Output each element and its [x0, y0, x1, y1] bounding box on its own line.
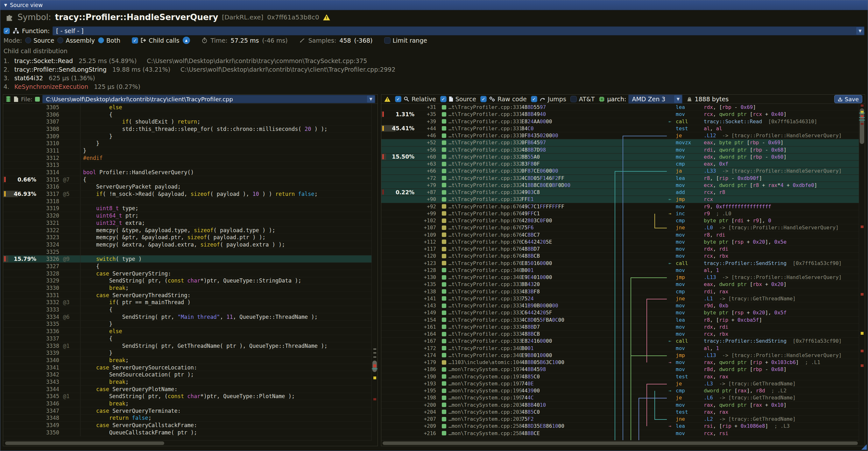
- asm-source-location[interactable]: …t\TracyProfiler.cpp:3326: [437, 175, 521, 181]
- window-titlebar[interactable]: ▼ Source view: [0, 0, 868, 10]
- child-calls-checkbox[interactable]: ✓: [132, 37, 138, 43]
- asm-source-location[interactable]: …t\TracyProfiler.cpp:3326: [437, 189, 521, 195]
- att-checkbox[interactable]: [570, 96, 577, 102]
- asm-row[interactable]: +154 …t\TracyProfiler.cpp:3334 4C8D055FB…: [381, 317, 859, 324]
- asm-row[interactable]: +107 …t\TracyProfiler.hpp:676 75F6 jne .…: [381, 224, 859, 231]
- asm-source-location[interactable]: …t\TracyProfiler.cpp:3326: [437, 154, 521, 160]
- source-line-row[interactable]: 3345 @1 SendString( ptr, (const char*)pt…: [3, 393, 372, 400]
- source-line-row[interactable]: 3322 memcpy( &type, &payload.type, sizeo…: [3, 227, 372, 234]
- source-line-row[interactable]: 3334 @6 SendString( ptr, "Main thread", …: [3, 313, 372, 321]
- asm-row[interactable]: +56 …t\TracyProfiler.cpp:3326 488B7D98 m…: [381, 147, 859, 153]
- asm-source-location[interactable]: …1103\include\atomic:1048: [437, 359, 521, 365]
- asm-row[interactable]: +149 …t\TracyProfiler.cpp:3334 C64424205…: [381, 309, 859, 316]
- save-button[interactable]: Save: [834, 95, 862, 103]
- asm-source-location[interactable]: …t\TracyProfiler.cpp:3334: [437, 331, 521, 337]
- asm-source-location[interactable]: …t\TracyProfiler.hpp:676: [437, 217, 521, 223]
- asm-row[interactable]: +120 …t\TracyProfiler.hpp:676 488BCB mov…: [381, 252, 859, 260]
- asm-row[interactable]: +164 …t\TracyProfiler.cpp:3334 488BCB mo…: [381, 331, 859, 338]
- asm-source-location[interactable]: …mon\TracySystem.cpp:197: [437, 366, 521, 372]
- asm-row[interactable]: +52 …t\TracyProfiler.cpp:3326 0FB64597 m…: [381, 139, 859, 146]
- asm-row[interactable]: +90 …t\TracyProfiler.cpp:3326 FFE1 ← jmp…: [381, 196, 859, 203]
- asm-source-location[interactable]: …t\TracyProfiler.cpp:3326: [437, 161, 521, 167]
- asm-source-location[interactable]: …t\TracyProfiler.cpp:3317: [437, 119, 521, 124]
- mode-option-both[interactable]: Both: [98, 37, 120, 44]
- asm-row[interactable]: +209 …mon\TracySystem.cpp:258 488D35E886…: [381, 423, 859, 430]
- assembly-vertical-scrollbar[interactable]: [859, 104, 865, 441]
- asm-source-location[interactable]: …t\TracyProfiler.cpp:3334: [437, 309, 521, 315]
- asm-row[interactable]: +128 …t\TracyProfiler.cpp:3401 B001 mov …: [381, 267, 859, 274]
- raw-code-toggle[interactable]: ✓ Raw code: [480, 95, 527, 102]
- source-line-row[interactable]: 46.93% 3317 @5 if( !m_sock->Read( &paylo…: [3, 190, 372, 198]
- source-line-row[interactable]: 3312 #endif: [3, 154, 372, 162]
- asm-source-location[interactable]: …t\TracyProfiler.hpp:676: [437, 253, 521, 259]
- limit-range-toggle[interactable]: Limit range: [384, 37, 427, 44]
- source-line-row[interactable]: 3324 memcpy( &extra, &payload.extra, siz…: [3, 241, 372, 248]
- asm-source-location[interactable]: …mon\TracySystem.cpp:258: [437, 430, 521, 437]
- asm-source-location[interactable]: …t\TracyProfiler.hpp:676: [437, 204, 521, 210]
- source-checkbox[interactable]: ✓: [440, 96, 446, 102]
- asm-row[interactable]: +200 …mon\TracySystem.cpp:203 488B4010 m…: [381, 402, 859, 409]
- asm-row[interactable]: +99 …t\TracyProfiler.hpp:676 49FFC1 → in…: [381, 210, 859, 217]
- asm-row[interactable]: +123 …t\TracyProfiler.hpp:676 E850160000…: [381, 260, 859, 267]
- child-call-name[interactable]: tracy::Socket::Read: [14, 57, 73, 64]
- asm-row[interactable]: 0.22% +87 …t\TracyProfiler.cpp:3326 4903…: [381, 189, 859, 196]
- asm-source-location[interactable]: …t\TracyProfiler.cpp:3326: [437, 147, 521, 153]
- asm-row[interactable]: +193 …mon\TracySystem.cpp:197 740E je .L…: [381, 380, 859, 387]
- asm-row[interactable]: +143 …t\TracyProfiler.cpp:3334 41B90B000…: [381, 302, 859, 309]
- asm-source-location[interactable]: …t\TracyProfiler.cpp:3401: [437, 267, 521, 273]
- asm-row[interactable]: +216 …mon\TracySystem.cpp:258 488BCE mov…: [381, 430, 859, 437]
- asm-row[interactable]: 45.41% +44 …t\TracyProfiler.cpp:3317 84C…: [381, 125, 859, 132]
- asm-source-location[interactable]: …t\TracyProfiler.hpp:676: [437, 211, 521, 217]
- source-line-row[interactable]: 3343 break;: [3, 379, 372, 386]
- asm-row[interactable]: +198 …mon\TracySystem.cpp:199 744C je .L…: [381, 394, 859, 401]
- asm-source-location[interactable]: …t\TracyProfiler.hpp:676: [437, 232, 521, 238]
- source-line-row[interactable]: 3328 case ServerQueryString:: [3, 270, 372, 277]
- source-line-row[interactable]: 3342 SendSourceLocation( ptr );: [3, 371, 372, 379]
- asm-source-location[interactable]: …t\TracyProfiler.cpp:3332: [437, 296, 521, 302]
- child-calls-toggle[interactable]: ✓ Child calls: [132, 37, 180, 44]
- march-combo[interactable]: AMD Zen 3 ▼: [628, 95, 682, 103]
- asm-row[interactable]: +117 …t\TracyProfiler.hpp:676 488BD7 mov…: [381, 246, 859, 252]
- child-call-name[interactable]: tracy::Profiler::SendLongString: [14, 66, 106, 73]
- source-toggle[interactable]: ✓ Source: [440, 95, 476, 102]
- asm-source-location[interactable]: …t\TracyProfiler.hpp:676: [437, 224, 521, 231]
- chevron-down-icon[interactable]: ▼: [674, 95, 682, 103]
- source-line-row[interactable]: 3327 {: [3, 263, 372, 270]
- source-line-row[interactable]: 3338 @1 SendString( ptr, GetThreadName( …: [3, 342, 372, 350]
- asm-row[interactable]: +195 …mon\TracySystem.cpp:199 443900 → c…: [381, 387, 859, 394]
- source-line-row[interactable]: 3321 uint32_t extra;: [3, 219, 372, 227]
- collapse-child-calls-button[interactable]: ▲: [183, 37, 190, 44]
- source-line-row[interactable]: 3339 }: [3, 350, 372, 357]
- child-call-item[interactable]: 3. stat64i32 625 μs (1.36%): [3, 73, 865, 82]
- asm-row[interactable]: +161 …t\TracyProfiler.cpp:3334 488BD7 mo…: [381, 324, 859, 331]
- warning-icon[interactable]: [323, 14, 330, 20]
- asm-row[interactable]: +112 …t\TracyProfiler.hpp:676 C64424205E…: [381, 239, 859, 246]
- source-line-row[interactable]: 3347 case ServerQueryTerminate:: [3, 408, 372, 415]
- source-line-row[interactable]: 3320 uint64_t ptr;: [3, 212, 372, 219]
- asm-row[interactable]: +190 …mon\TracySystem.cpp:197 4885C0 tes…: [381, 373, 859, 380]
- asm-row[interactable]: +135 …t\TracyProfiler.cpp:3332 8B4320 mo…: [381, 281, 859, 288]
- source-line-row[interactable]: 3314 bool Profiler::HandleServerQuery(): [3, 169, 372, 176]
- asm-row[interactable]: +72 …t\TracyProfiler.cpp:3326 4C8D05F146…: [381, 175, 859, 182]
- asm-source-location[interactable]: …t\TracyProfiler.cpp:3332: [437, 289, 521, 295]
- source-line-row[interactable]: 3313: [3, 162, 372, 169]
- asm-source-location[interactable]: …mon\TracySystem.cpp:258: [437, 423, 521, 429]
- source-line-row[interactable]: 3323 memcpy( &ptr, &payload.ptr, sizeof(…: [3, 234, 372, 241]
- asm-row[interactable]: +141 …t\TracyProfiler.cpp:3332 7524 jne …: [381, 295, 859, 302]
- assembly-horizontal-scrollbar[interactable]: [381, 440, 859, 446]
- source-line-row[interactable]: 3335 }: [3, 321, 372, 328]
- relative-toggle[interactable]: ✓ Relative: [395, 95, 436, 102]
- asm-source-location[interactable]: …t\TracyProfiler.cpp:3326: [437, 182, 521, 188]
- asm-row[interactable]: +186 …mon\TracySystem.cpp:197 448B4598 m…: [381, 366, 859, 373]
- asm-source-location[interactable]: …t\TracyProfiler.cpp:3334: [437, 317, 521, 323]
- source-line-row[interactable]: 3331 case ServerQueryThreadString:: [3, 292, 372, 299]
- asm-source-location[interactable]: …t\TracyProfiler.cpp:3332: [437, 281, 521, 287]
- asm-source-location[interactable]: …mon\TracySystem.cpp:203: [437, 402, 521, 408]
- asm-row[interactable]: +204 …mon\TracySystem.cpp:203 4885C0 tes…: [381, 409, 859, 416]
- function-checkbox[interactable]: ✓: [3, 28, 10, 34]
- chevron-down-icon[interactable]: ▼: [856, 27, 864, 35]
- asm-source-location[interactable]: …t\TracyProfiler.cpp:3401: [437, 274, 521, 280]
- source-line-row[interactable]: 3329 SendString( ptr, (const char*)ptr, …: [3, 277, 372, 285]
- mode-option-source[interactable]: Source: [25, 37, 54, 44]
- raw-code-checkbox[interactable]: ✓: [480, 96, 487, 102]
